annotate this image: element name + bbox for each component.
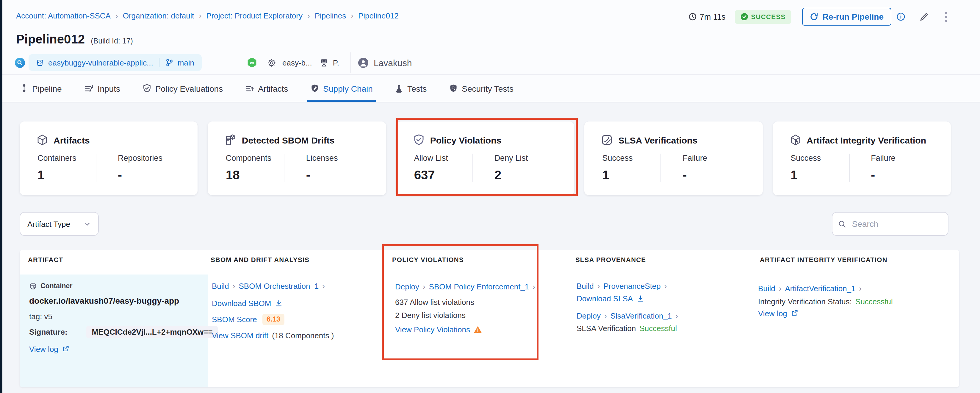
service-name[interactable]: easy-b... (282, 58, 312, 67)
search-box (832, 212, 948, 236)
stat-value: 2 (495, 168, 565, 182)
search-input[interactable] (851, 219, 942, 229)
stat-value: 1 (38, 168, 96, 182)
chevron-down-icon (83, 220, 91, 228)
artifact-type-label: Artifact Type (27, 219, 70, 228)
step-link-artifact-verification[interactable]: ArtifactVerification_1 (785, 284, 856, 293)
repository-icon (36, 58, 44, 67)
stat-label: Success (791, 153, 849, 163)
pipeline-icon (20, 84, 28, 93)
breadcrumb-pipelines[interactable]: Pipelines (315, 11, 346, 20)
artifacts-list-icon (245, 84, 254, 93)
more-options-icon[interactable] (945, 11, 947, 22)
tab-tests[interactable]: Tests (395, 75, 426, 102)
branch-link[interactable]: main (178, 58, 194, 67)
step-link-slsa-verification[interactable]: SlsaVerification_1 (611, 311, 672, 320)
breadcrumb-project[interactable]: Project: Product Exploratory (206, 11, 302, 20)
duration-text: 7m 11s (700, 12, 725, 21)
card-slsa-verifications: SLSA Verifications Success1 Failure- (584, 121, 762, 195)
col-header-slsa: SLSA PROVENANCE (575, 255, 646, 264)
infrastructure-icon (320, 58, 329, 67)
artifact-image-name: docker.io/lavakush07/easy-buggy-app (29, 296, 179, 306)
chevron-right-icon: › (675, 311, 678, 320)
step-link-sbom-policy-enforcement[interactable]: SBOM Policy Enforcement_1 (429, 282, 529, 291)
stat-value: - (306, 168, 377, 182)
branch-icon (166, 58, 173, 67)
chevron-right-icon: › (597, 281, 600, 290)
download-slsa-link[interactable]: Download SLSA (577, 294, 633, 303)
stat-label: Allow List (414, 153, 473, 163)
card-sbom-drifts: Detected SBOM Drifts Components18 Licens… (208, 121, 386, 195)
infinity-glyph: ∞ (250, 58, 254, 67)
card-title-text: SLSA Verifications (618, 135, 697, 145)
breadcrumb-organization[interactable]: Organization: default (123, 11, 194, 20)
sbom-score-link[interactable]: SBOM Score (212, 315, 257, 324)
artifact-type-select[interactable]: Artifact Type (20, 212, 99, 236)
page-header: Account: Automation-SSCA › Organization:… (0, 0, 980, 75)
rerun-pipeline-button[interactable]: Re-run Pipeline (802, 8, 891, 26)
page-title: Pipeline012 (16, 32, 85, 46)
breadcrumb-account[interactable]: Account: Automation-SSCA (16, 11, 111, 20)
info-icon[interactable] (897, 13, 905, 21)
refresh-icon (810, 13, 818, 21)
run-duration: 7m 11s (689, 12, 725, 21)
stat-value: - (871, 168, 941, 182)
artifact-cell: Container docker.io/lavakush07/easy-bugg… (29, 275, 208, 387)
stat-label: Licenses (306, 153, 377, 163)
col-header-integrity: ARTIFACT INTEGRITY VERIFICATION (760, 255, 888, 264)
tab-inputs[interactable]: Inputs (84, 75, 120, 102)
tab-label: Pipeline (32, 84, 62, 93)
collapsed-nav-strip (0, 0, 2, 393)
edit-pipeline-icon[interactable] (919, 12, 928, 21)
card-title-text: Detected SBOM Drifts (242, 135, 335, 145)
cube-icon (36, 134, 48, 146)
integrity-cell: Build › ArtifactVerification_1 › Integri… (758, 275, 955, 387)
signature-label: Signature: (29, 327, 68, 336)
allow-list-violations: 637 Allow list violations (395, 297, 474, 307)
signature-value[interactable]: MEQCICde2Vjl...L+2+mqnOXw== (87, 326, 218, 338)
stage-link-build[interactable]: Build (212, 281, 229, 290)
cube-verified-icon (789, 134, 801, 146)
tab-supply-chain[interactable]: Supply Chain (310, 75, 373, 102)
stage-link-deploy[interactable]: Deploy (395, 282, 419, 291)
view-log-link[interactable]: View log (758, 309, 787, 318)
deny-list-violations: 2 Deny list violations (395, 310, 466, 320)
external-link-icon (791, 310, 798, 317)
step-link-provenance[interactable]: ProvenanceStep (604, 281, 661, 290)
environment-short[interactable]: P. (333, 58, 339, 67)
stage-link-build[interactable]: Build (758, 284, 775, 293)
repo-link[interactable]: easybuggy-vulnerable-applic... (48, 58, 153, 67)
slsa-status-label: SLSA Verification (577, 324, 636, 332)
chevron-right-icon: › (351, 11, 353, 20)
view-policy-violations-link[interactable]: View Policy Violations (395, 325, 470, 334)
supply-chain-content: Artifacts Containers1 Repositories- Dete… (0, 102, 980, 393)
tab-security-tests[interactable]: Security Tests (449, 75, 514, 102)
tab-label: Tests (407, 84, 426, 93)
chevron-right-icon: › (322, 281, 325, 290)
stage-link-build[interactable]: Build (577, 281, 594, 290)
rerun-label: Re-run Pipeline (822, 12, 884, 21)
stat-value: 1 (602, 168, 660, 182)
col-header-policy-violations: POLICY VIOLATIONS (392, 255, 464, 264)
tab-pipeline[interactable]: Pipeline (20, 75, 62, 102)
download-sbom-link[interactable]: Download SBOM (212, 299, 271, 308)
stat-label: Containers (38, 153, 96, 163)
stat-value: 637 (414, 168, 473, 182)
stage-link-deploy[interactable]: Deploy (577, 311, 601, 320)
tab-policy-evaluations[interactable]: Policy Evaluations (143, 75, 223, 102)
tab-label: Inputs (98, 84, 120, 93)
view-log-link[interactable]: View log (29, 345, 58, 353)
triggered-by-user: Lavakush (374, 58, 412, 67)
stat-value: 1 (791, 168, 849, 182)
slsa-provenance-cell: Build › ProvenanceStep › Download SLSA D… (577, 275, 752, 387)
tab-artifacts[interactable]: Artifacts (245, 75, 288, 102)
stat-label: Deny List (495, 153, 565, 163)
view-sbom-drift-link[interactable]: View SBOM drift (212, 331, 268, 340)
artifact-signature-row: Signature: MEQCICde2Vjl...L+2+mqnOXw== (29, 326, 218, 337)
breadcrumb-pipeline012[interactable]: Pipeline012 (358, 11, 399, 20)
search-icon (838, 219, 846, 228)
stat-value: 18 (226, 168, 284, 182)
step-link-sbom-orchestration[interactable]: SBOM Orchestration_1 (239, 281, 319, 290)
repo-pill: easybuggy-vulnerable-applic... main (29, 54, 201, 71)
shield-check-icon (413, 134, 425, 146)
